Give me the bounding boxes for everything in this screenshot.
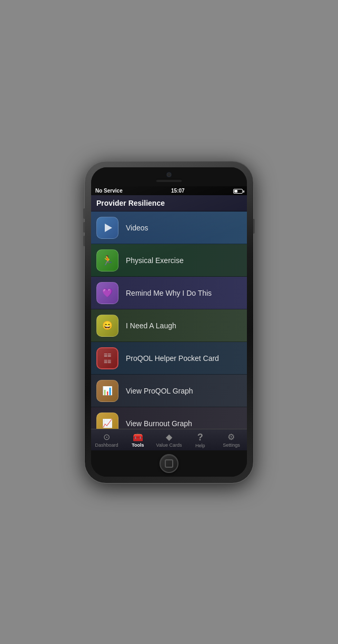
laugh-face-icon: 😄 [102,320,113,330]
app-screen: No Service 15:07 Provider Resilience [91,186,247,450]
tab-tools-label: Tools [132,442,144,448]
top-bezel [91,167,247,186]
running-figure-icon: 🏃 [102,255,113,266]
battery-indicator [233,188,243,194]
tab-help-label: Help [195,443,205,448]
menu-item-burnout[interactable]: 📈 View Burnout Graph [91,407,247,429]
power-button [253,219,255,234]
carrier-label: No Service [95,188,123,194]
tab-settings[interactable]: ⚙ Settings [216,429,247,450]
dashboard-icon: ⊙ [103,433,110,441]
app-title: Provider Resilience [96,199,165,207]
app-header: Provider Resilience [91,195,247,212]
menu-item-proqol[interactable]: ≡≡≡≡ ProQOL Helper Pocket Card [91,342,247,375]
menu-icon-wrap-proqol: ≡≡≡≡ [91,342,124,375]
menu-label-proqol: ProQOL Helper Pocket Card [124,354,247,363]
menu-label-burnout: View Burnout Graph [124,419,247,428]
menu-icon-wrap-laugh: 😄 [91,309,124,342]
remind-icon: 💜 [96,282,118,304]
videos-icon [96,217,118,239]
phone-device: No Service 15:07 Provider Resilience [85,161,253,483]
menu-list: Videos 🏃 Physical Exercise 💜 [91,212,247,429]
menu-item-remind[interactable]: 💜 Remind Me Why I Do This [91,277,247,309]
menu-label-view-proqol: View ProQOL Graph [124,387,247,395]
home-button-inner [165,459,173,468]
proqol-icon: ≡≡≡≡ [96,347,118,369]
menu-icon-wrap-exercise: 🏃 [91,244,124,277]
battery-fill [234,190,237,193]
menu-item-exercise[interactable]: 🏃 Physical Exercise [91,244,247,277]
menu-icon-wrap-burnout: 📈 [91,407,124,429]
phone-screen: No Service 15:07 Provider Resilience [91,167,247,477]
laugh-icon: 😄 [96,315,118,337]
time-label: 15:07 [171,188,185,194]
exercise-icon: 🏃 [96,249,118,271]
menu-label-videos: Videos [124,224,247,232]
menu-icon-wrap-videos [91,212,124,244]
menu-label-remind: Remind Me Why I Do This [124,289,247,297]
burnout-icon: 📈 [96,412,118,429]
status-bar: No Service 15:07 [91,186,247,195]
tab-value-cards-label: Value Cards [156,442,182,448]
tab-tools[interactable]: 🧰 Tools [122,429,153,450]
play-triangle-icon [105,224,112,232]
tab-settings-label: Settings [223,442,240,448]
tools-icon: 🧰 [133,433,143,441]
menu-label-laugh: I Need A Laugh [124,321,247,330]
menu-item-view-proqol[interactable]: 📊 View ProQOL Graph [91,375,247,407]
menu-label-exercise: Physical Exercise [124,256,247,265]
menu-item-laugh[interactable]: 😄 I Need A Laugh [91,309,247,342]
tab-help[interactable]: ? Help [185,429,216,450]
volume-buttons [83,208,85,246]
battery-icon [233,189,243,194]
tab-bar: ⊙ Dashboard 🧰 Tools ◆ Value Cards ? Help… [91,429,247,450]
view-proqol-icon: 📊 [96,380,118,402]
settings-icon: ⚙ [227,433,235,441]
menu-icon-wrap-view-proqol: 📊 [91,375,124,407]
bottom-bezel [91,450,247,477]
help-icon: ? [197,432,203,442]
menu-item-videos[interactable]: Videos [91,212,247,244]
tab-dashboard-label: Dashboard [95,442,118,448]
tab-dashboard[interactable]: ⊙ Dashboard [91,429,122,450]
remind-face-icon: 💜 [102,288,113,298]
menu-icon-wrap-remind: 💜 [91,277,124,309]
home-button[interactable] [160,454,178,473]
tab-value-cards[interactable]: ◆ Value Cards [153,429,184,450]
earpiece-speaker [156,179,182,182]
front-camera [167,173,171,177]
value-cards-icon: ◆ [166,433,172,441]
